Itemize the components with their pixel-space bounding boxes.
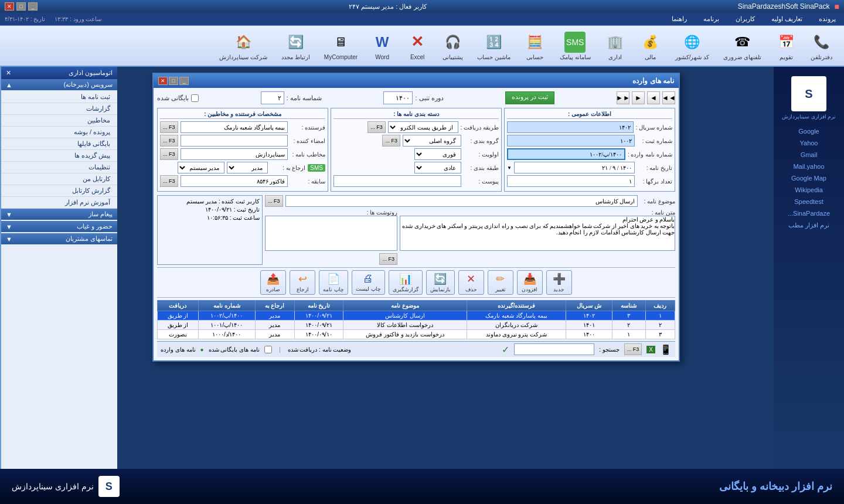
subject-input[interactable] xyxy=(285,195,638,207)
nav-first-btn[interactable]: ◄◄ xyxy=(662,91,675,104)
sidebar-section-attendance[interactable]: حضور و غیاب ▼ xyxy=(1,221,117,232)
sender-input[interactable] xyxy=(181,121,288,133)
sidebar-speedtest[interactable]: Speedtest xyxy=(776,197,842,206)
toolbar-citycode[interactable]: 🌐 کد شهر/کشور xyxy=(671,29,714,63)
dialog-close-btn[interactable]: ✕ xyxy=(158,77,168,85)
signatory-input[interactable] xyxy=(181,135,288,147)
sidebar-wikipedia[interactable]: Wikipedia xyxy=(776,185,842,195)
toolbar-sms[interactable]: SMS سامانه پیامک xyxy=(555,29,595,63)
sms-btn[interactable]: SMS xyxy=(308,164,325,172)
contact-f3[interactable]: F3 ... xyxy=(160,148,178,160)
serial-input[interactable] xyxy=(507,121,634,133)
toolbar-accounting[interactable]: 🧮 حسابی xyxy=(520,29,550,63)
sidebar-item-training[interactable]: آموزش نرم افزار xyxy=(1,197,117,209)
right-sidebar-close[interactable]: ✕ xyxy=(6,69,11,77)
menu-file[interactable]: پرونده xyxy=(815,14,839,24)
close-btn[interactable]: ✕ xyxy=(5,2,14,11)
contact-input[interactable] xyxy=(181,148,288,160)
nav-last-btn[interactable]: ►► xyxy=(617,91,629,104)
manager-select[interactable]: مدیر سیستم xyxy=(178,162,224,173)
report-btn[interactable]: 📊 گزارشگیری xyxy=(389,270,423,295)
title-bar-controls[interactable]: _ □ ✕ xyxy=(5,2,38,11)
notes-f3[interactable]: F3 ... xyxy=(379,253,397,265)
print-list-btn[interactable]: 🖨 چاپ لیست xyxy=(352,270,385,295)
dialog-minimize-btn[interactable]: _ xyxy=(179,77,189,85)
print-letter-btn[interactable]: 📄 چاپ نامه xyxy=(319,270,348,295)
refer-btn[interactable]: ↩ ارجاع xyxy=(290,270,315,295)
nav-prev-btn[interactable]: ◄ xyxy=(647,91,660,104)
excel-export-icon[interactable]: X xyxy=(646,346,655,353)
register-btn[interactable]: ثبت در پرونده xyxy=(505,91,554,104)
whatsapp-icon[interactable]: 📱 xyxy=(660,344,672,355)
reg-num-input[interactable] xyxy=(507,135,635,147)
toolbar-calculator[interactable]: 🔢 ماشین حساب xyxy=(472,29,515,63)
date-dropdown-icon[interactable]: ▼ xyxy=(507,165,512,171)
toolbar-support[interactable]: 🎧 پشتیبانی xyxy=(437,29,468,63)
archive-checkbox[interactable] xyxy=(191,94,199,102)
sidebar-item-register[interactable]: ثبت نامه ها xyxy=(1,91,117,103)
edit-btn[interactable]: ✏ تغییر xyxy=(488,270,513,295)
toolbar-excel[interactable]: ✕ Excel xyxy=(402,29,433,63)
menu-users[interactable]: کاربران xyxy=(732,14,758,24)
confirm-icon[interactable]: ✓ xyxy=(502,344,509,355)
toolbar-emergency[interactable]: ☎ تلفنهای ضروری xyxy=(719,29,766,63)
date-input[interactable] xyxy=(514,162,635,173)
bottom-f3-btn[interactable]: F3 ... xyxy=(624,343,642,355)
sidebar-sinapardaze[interactable]: SinaPardaze... xyxy=(776,209,842,218)
delete-btn[interactable]: ✕ حذف xyxy=(458,270,484,295)
incoming-num-input[interactable] xyxy=(507,148,625,160)
ref-select[interactable]: مدیر xyxy=(227,162,268,173)
toolbar-mycomputer[interactable]: 🖥 MyComputer xyxy=(319,29,362,63)
toolbar-calendar[interactable]: 📅 تقویم xyxy=(771,29,801,63)
outgoing-btn[interactable]: 📤 صادره xyxy=(260,270,286,295)
toolbar-company[interactable]: 🏠 شرکت سیناپردازش xyxy=(215,29,272,63)
minimize-btn[interactable]: _ xyxy=(28,2,38,11)
sidebar-gmail[interactable]: Gmail xyxy=(776,150,842,159)
letter-num-input[interactable] xyxy=(261,91,284,104)
search-input[interactable] xyxy=(514,343,594,355)
maximize-btn[interactable]: □ xyxy=(16,2,26,11)
sidebar-section-customers[interactable]: تماسهای مشتریان ▼ xyxy=(1,233,117,244)
sidebar-yahoo[interactable]: Yahoo xyxy=(776,138,842,148)
nav-next-btn[interactable]: ► xyxy=(632,91,645,104)
sidebar-mailyahoo[interactable]: Mail.yahoo xyxy=(776,162,842,171)
new-btn[interactable]: ➕ جدید xyxy=(546,270,572,295)
sidebar-item-kartabl-report[interactable]: گزارش کارتابل xyxy=(1,185,117,197)
group-select[interactable]: گروه اصلی xyxy=(403,135,461,147)
toolbar-admin[interactable]: 🏢 اداری xyxy=(600,29,631,63)
sidebar-item-favorites[interactable]: پیش گزیده ها xyxy=(1,150,117,162)
class-select[interactable]: عادی xyxy=(414,162,461,173)
sidebar-section-message[interactable]: پیغام ساز ▼ xyxy=(1,209,117,220)
dialog-maximize-btn[interactable]: □ xyxy=(169,77,178,85)
sidebar-item-kartabl[interactable]: کارتابل من xyxy=(1,173,117,185)
table-row[interactable]: ۳ ۱ ۱۴۰۰ شرکت پترو نیروی دماوند درخواست … xyxy=(158,330,675,339)
sidebar-item-reports[interactable]: گزارشات xyxy=(1,103,117,115)
toolbar-reconnect[interactable]: 🔄 ارتباط مجدد xyxy=(277,29,315,63)
notes-textarea[interactable] xyxy=(265,216,397,251)
sidebar-item-settings[interactable]: تنظیمات xyxy=(1,162,117,173)
refresh-btn[interactable]: 🔄 بازنمایش xyxy=(426,270,455,295)
menu-help[interactable]: راهنما xyxy=(668,14,690,24)
sidebar-softwaremedical[interactable]: نرم افزار مطب xyxy=(776,220,842,230)
sidebar-section-secretariat[interactable]: سرویس (دبیرخانه) ▲ xyxy=(1,79,117,90)
dialog-controls[interactable]: _ □ ✕ xyxy=(158,77,189,85)
menu-program[interactable]: برنامه xyxy=(700,14,723,24)
period-input[interactable] xyxy=(383,91,413,104)
table-row[interactable]: ۱ ۳ ۱۴۰۲ بیمه پاسارگاد شعبه نارمک ارسال … xyxy=(158,311,675,321)
receive-method-f3[interactable]: F3 ... xyxy=(367,121,386,133)
attachment-input[interactable] xyxy=(333,175,461,187)
signatory-f3[interactable]: F3 ... xyxy=(160,135,178,147)
sidebar-item-contacts[interactable]: مخاطبین xyxy=(1,115,117,127)
sidebar-item-files[interactable]: بایگانی فایلها xyxy=(1,138,117,150)
table-row[interactable]: ۲ ۲ ۱۴۰۱ شرکت دریانگران درخواست اطلاعات … xyxy=(158,321,675,330)
archive-bottom-checkbox[interactable] xyxy=(264,346,272,353)
subject-f3[interactable]: F3 ... xyxy=(265,195,283,207)
menu-definitions[interactable]: تعاریف اولیه xyxy=(768,14,806,24)
body-textarea[interactable]: باسلام و عرض احترام باتوجه به خرید های ا… xyxy=(400,216,675,251)
toolbar-finance[interactable]: 💰 مالی xyxy=(635,29,666,63)
priority-select[interactable]: فوری xyxy=(414,148,461,160)
sender-f3[interactable]: F3 ... xyxy=(160,121,178,133)
sidebar-googlemap[interactable]: Google Map xyxy=(776,173,842,183)
toolbar-word[interactable]: W Word xyxy=(367,29,397,63)
sidebar-google[interactable]: Google xyxy=(776,127,842,136)
